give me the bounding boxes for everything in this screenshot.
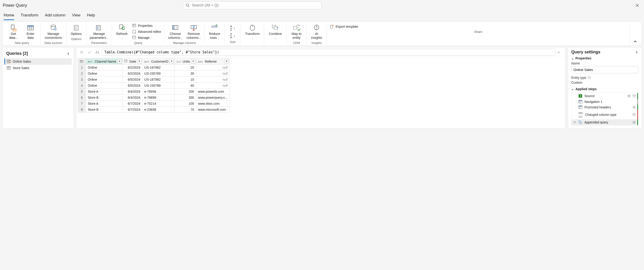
cell-date[interactable]: 6/5/2024 [122,77,142,83]
ribbon-collapse-button[interactable] [630,38,640,45]
cell-referrer[interactable]: null [196,65,230,71]
tab-view[interactable]: View [72,13,80,20]
cell-customerid[interactable]: e-23658 [142,107,174,113]
cell-channel[interactable]: Store A [86,89,122,95]
cell-date[interactable]: 6/7/2024 [122,101,142,107]
applied-step[interactable]: ABC123Changed column type [572,110,638,119]
cell-date[interactable]: 6/4/2024 [122,95,142,101]
cell-date[interactable]: 6/4/2024 [122,89,142,95]
choose-columns-button[interactable]: Choose columns [167,23,184,40]
cell-referrer[interactable]: www.microsoft.com [196,107,230,113]
map-to-entity-button[interactable]: CDM Map to entity [289,23,304,40]
export-template-button[interactable]: Export template [329,23,359,29]
cell-customerid[interactable]: e-78956 [142,89,174,95]
cell-date[interactable]: 6/2/2024 [122,71,142,77]
filter-icon[interactable]: ▼ [117,59,122,63]
cell-units[interactable]: 30 [174,71,196,77]
cell-units[interactable]: 300 [174,95,196,101]
col-date[interactable]: Date ▼ [122,59,142,65]
cell-channel[interactable]: Store B [86,95,122,101]
cell-units[interactable]: 20 [174,65,196,71]
cell-channel[interactable]: Online [86,83,122,89]
cell-channel[interactable]: Online [86,77,122,83]
step-extra-icon[interactable] [632,94,636,98]
cell-referrer[interactable]: www.xbox.com [196,101,230,107]
tab-transform[interactable]: Transform [20,13,38,20]
sort-desc-button[interactable]: ZA ↓ [229,32,236,39]
tab-home[interactable]: Home [4,13,14,20]
filter-icon[interactable]: ▼ [138,59,142,63]
cell-channel[interactable]: Store A [86,101,122,107]
cell-channel[interactable]: Store B [86,107,122,113]
row-number[interactable]: 2 [78,71,86,77]
step-extra-icon[interactable] [632,113,636,117]
cell-referrer[interactable]: www.powerquery.c... [196,95,230,101]
formula-input[interactable] [102,49,556,56]
refresh-button[interactable]: Refresh [114,23,130,40]
sort-asc-button[interactable]: AZ ↓ [229,25,236,32]
col-units[interactable]: 123 Units ▼ [174,59,196,65]
gear-icon[interactable] [632,105,636,109]
table-row[interactable]: 3Online6/5/2024US-18798215null [78,77,230,83]
filter-icon[interactable]: ▼ [225,59,229,63]
cell-customerid[interactable]: e-78899 [142,95,174,101]
info-icon[interactable]: ⓘ [588,76,591,80]
table-row[interactable]: 6Store B6/4/2024e-78899300www.powerquery… [78,95,230,101]
row-number[interactable]: 4 [78,83,86,89]
row-number[interactable]: 1 [78,65,86,71]
delete-step-icon[interactable]: ✕ [573,120,576,124]
cell-customerid[interactable]: US-235789 [142,71,174,77]
formula-cancel-button[interactable] [78,49,85,56]
fx-icon[interactable]: ƒx [94,49,100,56]
cell-channel[interactable]: Online [86,65,122,71]
col-customerid[interactable]: ABC CustomerID ▼ [142,59,174,65]
row-number[interactable]: 6 [78,95,86,101]
cell-date[interactable]: 6/7/2024 [122,107,142,113]
get-data-button[interactable]: Get data [6,23,21,40]
applied-steps-section[interactable]: ⌄ Applied steps [571,87,638,91]
settings-expand-icon[interactable] [635,51,638,54]
row-number[interactable]: 8 [78,107,86,113]
remove-columns-button[interactable]: Remove columns [186,23,202,40]
cell-referrer[interactable]: null [196,83,230,89]
cell-referrer[interactable]: null [196,71,230,77]
cell-units[interactable]: 15 [174,77,196,83]
filter-icon[interactable]: ▼ [191,59,195,63]
cell-channel[interactable]: Online [86,71,122,77]
tab-help[interactable]: Help [87,13,95,20]
manage-button[interactable]: Manage [132,35,153,40]
cell-referrer[interactable]: null [196,77,230,83]
query-name-input[interactable] [571,66,638,73]
cell-units[interactable]: 40 [174,83,196,89]
reduce-rows-button[interactable]: Reduce rows [207,23,222,40]
table-row[interactable]: 2Online6/2/2024US-23578930null [78,71,230,77]
row-number[interactable]: 7 [78,101,86,107]
properties-button[interactable]: Properties [132,23,154,28]
cell-date[interactable]: 6/2/2024 [122,65,142,71]
table-row[interactable]: 7Store A6/7/2024e-75214100www.xbox.com [78,101,230,107]
applied-step[interactable]: Promoted headers [572,105,638,110]
row-number[interactable]: 3 [78,77,86,83]
formula-expand-button[interactable] [557,51,564,54]
queries-collapse-icon[interactable] [67,52,70,55]
table-corner[interactable] [78,59,86,65]
transform-button[interactable]: Transform [243,23,262,40]
table-row[interactable]: 4Online6/5/2024US-23578940null [78,83,230,89]
advanced-editor-button[interactable]: Advanced editor [132,29,162,34]
applied-step[interactable]: Navigation 1 [572,99,638,105]
cell-units[interactable]: 70 [174,107,196,113]
manage-connections-button[interactable]: Manage connections [43,23,64,40]
cell-customerid[interactable]: e-75214 [142,101,174,107]
table-row[interactable]: 5Store A6/4/2024e-78956200www.powerbi.co… [78,89,230,95]
col-referrer[interactable]: ABC Referrer ▼ [196,59,230,65]
enter-data-button[interactable]: Enter data [23,23,38,40]
cell-customerid[interactable]: US-187982 [142,77,174,83]
filter-icon[interactable]: ▼ [170,59,174,63]
col-channel-name[interactable]: ABC Channel Name ▼ [86,59,122,65]
query-item[interactable]: Store Sales [4,65,72,71]
cell-customerid[interactable]: US-187982 [142,65,174,71]
cell-customerid[interactable]: US-235789 [142,83,174,89]
query-item[interactable]: Online Sales [4,58,72,65]
cell-units[interactable]: 100 [174,101,196,107]
tab-add-column[interactable]: Add column [45,13,66,20]
